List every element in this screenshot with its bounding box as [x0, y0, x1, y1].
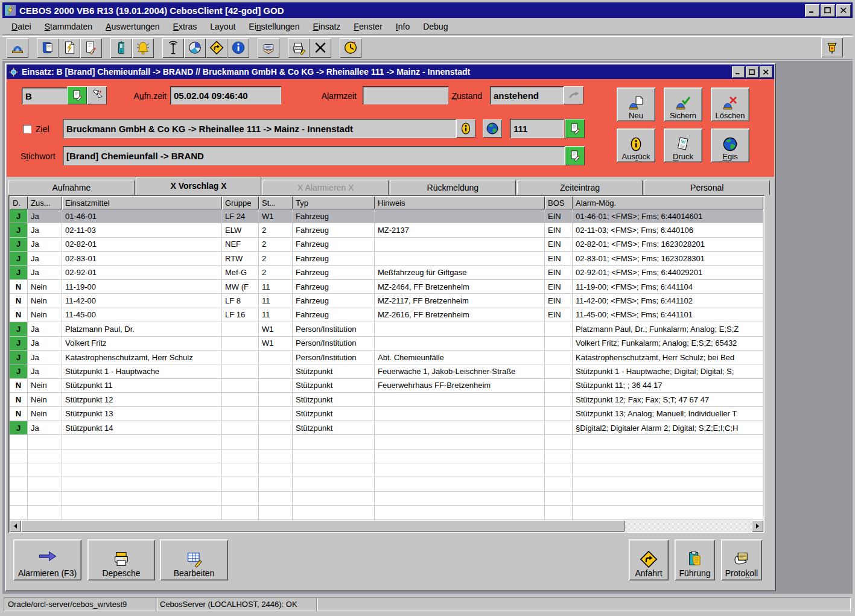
tab-personal[interactable]: Personal — [644, 180, 770, 195]
toolbar-hand-card-button[interactable] — [258, 38, 279, 58]
empty-row[interactable] — [10, 449, 763, 463]
table-row[interactable]: JJa02-11-03ELW2FahrzeugMZ-2137EIN02-11-0… — [10, 223, 763, 237]
toolbar-bell-plug-button[interactable] — [821, 37, 843, 57]
ziel-checkbox[interactable] — [23, 125, 31, 133]
alarmieren-f3-button[interactable]: Alarmieren (F3) — [13, 539, 81, 580]
menu-debug[interactable]: Debug — [416, 19, 454, 34]
toolbar-print-edit-button[interactable] — [288, 38, 310, 58]
depesche-button[interactable]: Depesche — [87, 539, 155, 580]
protokoll-button[interactable]: Protokoll — [721, 539, 762, 580]
toolbar-pie-disc-button[interactable] — [184, 38, 206, 58]
tab-aufnahme[interactable]: Aufnahme — [8, 180, 135, 195]
table-row[interactable]: NNeinStützpunkt 12StützpunktStützpunkt 1… — [10, 393, 763, 407]
column-header-st[interactable]: St... — [259, 196, 293, 209]
adresse-field[interactable]: Bruckmann GmbH & Co KG -> Rheinallee 111… — [63, 119, 456, 138]
menu-auswertungen[interactable]: Auswertungen — [99, 19, 167, 34]
empty-row[interactable] — [10, 463, 763, 477]
menu-einsatz[interactable]: Einsatz — [306, 19, 347, 34]
loeschen-button[interactable]: Löschen — [711, 87, 749, 121]
column-header-d[interactable]: D. — [10, 196, 28, 209]
table-row[interactable]: NNein11-45-00LF 1611FahrzeugMZ-2616, FF … — [10, 308, 763, 322]
toolbar-info-button[interactable] — [227, 38, 249, 58]
table-row[interactable]: JJaKatastrophenschutzamt, Herr SchulzPer… — [10, 351, 763, 364]
menu-fenster[interactable]: Fenster — [347, 19, 389, 34]
bell-icon — [136, 40, 150, 55]
cell-zus — [28, 435, 62, 449]
egis-button[interactable]: Egis — [711, 129, 749, 162]
einsatz-close-button[interactable] — [760, 66, 772, 78]
scroll-right-button[interactable] — [752, 520, 763, 532]
empty-row[interactable] — [10, 435, 763, 449]
empty-row[interactable] — [10, 506, 763, 519]
adresse-edit-button[interactable] — [565, 119, 585, 138]
einsatz-id-field[interactable]: B — [22, 87, 68, 104]
maximize-button[interactable] — [821, 4, 835, 17]
table-row[interactable]: NNeinStützpunkt 11StützpunktFeuerwehrhau… — [10, 379, 763, 393]
toolbar-bell-button[interactable] — [132, 38, 154, 58]
zustand-field[interactable]: anstehend — [490, 86, 564, 104]
pick-button[interactable] — [87, 86, 107, 104]
table-row[interactable]: JJa02-82-01NEF2FahrzeugEIN02-82-01; <FMS… — [10, 238, 763, 252]
sichern-button[interactable]: Sichern — [664, 87, 702, 121]
column-header-zus[interactable]: Zus... — [28, 196, 62, 209]
druck-button[interactable]: WDruck — [664, 129, 702, 162]
stichwort-field[interactable]: [Brand] Chemieunfall -> BRAND — [63, 146, 565, 165]
tab-zeiteintrag[interactable]: Zeiteintrag — [517, 180, 643, 195]
anfahrt-button[interactable]: Anfahrt — [629, 539, 669, 580]
horizontal-scrollbar[interactable] — [10, 520, 763, 532]
column-header-bos[interactable]: BOS — [545, 196, 573, 209]
adresse-info-button[interactable] — [456, 119, 475, 138]
column-header-gruppe[interactable]: Gruppe — [222, 196, 259, 209]
tab-x-vorschlag-x[interactable]: X Vorschlag X — [136, 177, 262, 195]
menu-einstellungen[interactable]: Einstellungen — [242, 19, 306, 34]
stichwort-edit-button[interactable] — [565, 146, 585, 165]
scrollbar-track[interactable] — [625, 520, 752, 532]
aufnzeit-field[interactable]: 05.02.04 09:46:40 — [170, 86, 281, 104]
führung-button[interactable]: Führung — [675, 539, 715, 580]
table-row[interactable]: NNein11-42-00LF 811FahrzeugMZ-2117, FF B… — [10, 294, 763, 308]
toolbar-book-button[interactable] — [37, 38, 59, 58]
minimize-button[interactable] — [805, 4, 819, 17]
menu-datei[interactable]: Datei — [5, 19, 38, 34]
table-row[interactable]: JJaStützpunkt 1 - HauptwacheStützpunktFe… — [10, 364, 763, 378]
toolbar-doc-hand-button[interactable] — [80, 38, 102, 58]
menu-extras[interactable]: Extras — [167, 19, 204, 34]
toolbar-clock-button[interactable] — [340, 38, 361, 58]
table-row[interactable]: NNein11-19-00MW (F11FahrzeugMZ-2464, FF … — [10, 280, 763, 294]
table-row[interactable]: JJa02-92-01Mef-G2FahrzeugMeßfahrzeug für… — [10, 266, 763, 280]
toolbar-radio-button[interactable] — [110, 38, 132, 58]
scrollbar-thumb[interactable] — [21, 520, 625, 532]
table-row[interactable]: JJa01-46-01LF 24W1FahrzeugEIN01-46-01; <… — [10, 209, 763, 223]
close-button[interactable] — [836, 4, 851, 17]
toolbar-siren-button[interactable] — [7, 38, 28, 58]
column-header-typ[interactable]: Typ — [293, 196, 375, 209]
toolbar-delete-x-button[interactable] — [310, 38, 331, 58]
menu-stammdaten[interactable]: Stammdaten — [38, 19, 99, 34]
einsatz-minimize-button[interactable] — [732, 66, 745, 78]
table-row[interactable]: JJaPlatzmann Paul, Dr.W1Person/Instituti… — [10, 322, 763, 336]
table-row[interactable]: NNeinStützpunkt 13StützpunktStützpunkt 1… — [10, 407, 763, 421]
einsatz-maximize-button[interactable] — [746, 66, 758, 78]
zustand-next-button[interactable] — [564, 86, 583, 104]
table-row[interactable]: JJa02-83-01RTW2FahrzeugEIN02-83-01; <FMS… — [10, 252, 763, 265]
adresse-map-button[interactable] — [483, 119, 502, 138]
menu-info[interactable]: Info — [389, 19, 416, 34]
bearbeiten-button[interactable]: Bearbeiten — [160, 539, 228, 580]
edit-green-button[interactable] — [67, 86, 87, 104]
toolbar-route-sign-button[interactable] — [206, 38, 227, 58]
neu-button[interactable]: Neu — [617, 87, 655, 121]
column-header-einsatzmittel[interactable]: Einsatzmittel — [62, 196, 222, 209]
table-row[interactable]: JJaVolkert FritzW1Person/InstitutionVolk… — [10, 337, 763, 351]
column-header-alarm-mög[interactable]: Alarm-Mög. — [573, 196, 763, 209]
empty-row[interactable] — [10, 477, 763, 491]
tab-rückmeldung[interactable]: Rückmeldung — [390, 180, 516, 195]
ausrueck-button[interactable]: Ausrück — [617, 129, 655, 162]
menu-layout[interactable]: Layout — [203, 19, 242, 34]
toolbar-doc-lightning-button[interactable] — [59, 38, 80, 58]
table-row[interactable]: JJaStützpunkt 14Stützpunkt§Digital2; Dig… — [10, 421, 763, 435]
empty-row[interactable] — [10, 492, 763, 506]
toolbar-antenna-button[interactable] — [162, 38, 184, 58]
scroll-left-button[interactable] — [10, 520, 21, 532]
hausnr-field[interactable]: 111 — [510, 119, 564, 138]
column-header-hinweis[interactable]: Hinweis — [375, 196, 545, 209]
